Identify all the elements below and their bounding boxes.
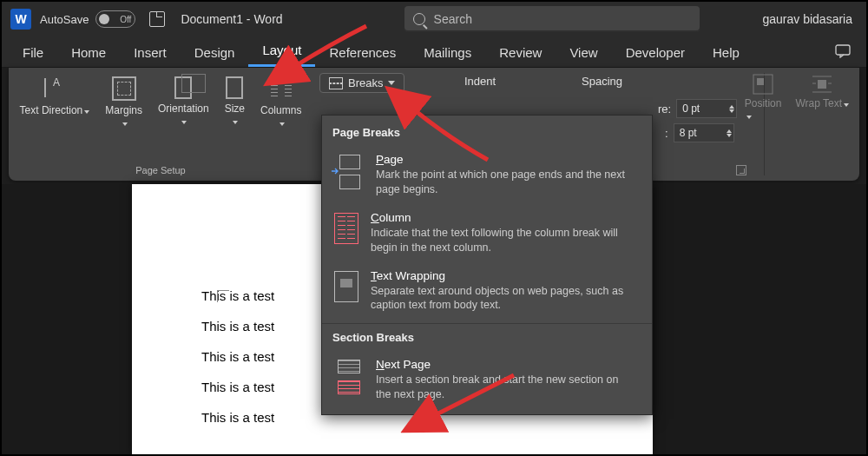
text-wrapping-break-icon	[334, 271, 358, 302]
margins-button[interactable]: Margins	[103, 73, 144, 133]
position-button[interactable]: Position	[745, 73, 782, 122]
size-label: Size	[225, 102, 245, 115]
menu-item-title: Column	[371, 211, 631, 224]
breaks-button[interactable]: Breaks	[319, 73, 404, 93]
menu-item-column[interactable]: Column Indicate that the text following …	[322, 204, 652, 262]
search-icon	[413, 13, 425, 25]
columns-icon	[269, 76, 293, 101]
tab-file[interactable]: File	[9, 40, 57, 67]
next-page-break-icon	[334, 360, 364, 394]
page-setup-group-label: Page Setup	[135, 162, 186, 179]
size-icon	[226, 76, 243, 99]
position-icon	[752, 73, 774, 96]
search-input[interactable]: Search	[404, 6, 700, 32]
menu-item-desc: Indicate that the text following the col…	[371, 226, 631, 255]
text-direction-button[interactable]: Text Direction	[18, 73, 92, 133]
margins-label: Margins	[105, 104, 142, 116]
spin-down-icon[interactable]	[727, 134, 732, 137]
comments-icon[interactable]	[826, 39, 859, 67]
size-button[interactable]: Size	[223, 73, 247, 133]
spacing-before-input[interactable]: 0 pt	[676, 99, 737, 118]
indent-label: Indent	[464, 75, 496, 88]
wrap-text-icon	[811, 73, 833, 96]
spacing-after-value: 8 pt	[680, 127, 697, 139]
section-breaks-header: Section Breaks	[322, 327, 652, 351]
page-break-icon	[334, 155, 364, 189]
group-page-setup: Text Direction Margins Orientation Size …	[9, 68, 312, 181]
chevron-down-icon	[388, 81, 395, 85]
breaks-dropdown-menu: Page Breaks Page Mark the point at which…	[321, 115, 653, 415]
menu-item-title: Text Wrapping	[371, 269, 631, 282]
menu-item-desc: Separate text around objects on web page…	[371, 284, 631, 314]
autosave-toggle[interactable]: Off	[95, 10, 135, 28]
spin-down-icon[interactable]	[729, 109, 734, 113]
tab-developer[interactable]: Developer	[612, 40, 699, 67]
svg-rect-3	[818, 80, 826, 89]
tab-view[interactable]: View	[556, 40, 611, 67]
user-name[interactable]: gaurav bidasaria	[762, 12, 852, 26]
page-breaks-header: Page Breaks	[322, 122, 652, 146]
paragraph-launcher-icon[interactable]	[736, 165, 746, 175]
menu-item-title: Page	[376, 153, 636, 166]
wrap-text-button[interactable]: Wrap Text	[795, 73, 849, 122]
columns-label: Columns	[260, 104, 301, 116]
breaks-label: Breaks	[348, 76, 383, 89]
menu-item-page[interactable]: Page Mark the point at which one page en…	[322, 146, 652, 204]
menu-item-desc: Insert a section break and start the new…	[376, 373, 636, 402]
spacing-after-label: :	[665, 127, 668, 140]
menu-item-text-wrapping[interactable]: Text Wrapping Separate text around objec…	[322, 262, 652, 321]
margins-icon	[112, 76, 136, 101]
tab-review[interactable]: Review	[485, 40, 556, 67]
columns-button[interactable]: Columns	[259, 73, 303, 133]
spacing-before-row: re: 0 pt	[658, 99, 737, 118]
tab-insert[interactable]: Insert	[120, 40, 181, 67]
autosave-state: Off	[120, 15, 131, 24]
margin-corner-icon	[217, 290, 229, 302]
tab-mailings[interactable]: Mailings	[410, 40, 485, 67]
search-placeholder: Search	[434, 12, 472, 26]
ribbon-tabs: File Home Insert Design Layout Reference…	[2, 36, 866, 68]
spacing-before-label: re:	[658, 102, 671, 116]
menu-item-next-page[interactable]: Next Page Insert a section break and sta…	[322, 351, 652, 409]
tab-help[interactable]: Help	[699, 40, 753, 67]
orientation-label: Orientation	[158, 102, 209, 115]
spacing-label: Spacing	[582, 75, 622, 88]
word-logo-icon: W	[10, 9, 31, 30]
svg-rect-2	[757, 78, 764, 85]
menu-item-title: Next Page	[376, 358, 636, 371]
orientation-icon	[174, 76, 192, 99]
text-direction-label: Text Direction	[20, 104, 83, 116]
autosave-label: AutoSave	[40, 13, 89, 26]
tab-design[interactable]: Design	[181, 40, 249, 67]
autosave-toggle-area[interactable]: AutoSave Off	[40, 10, 135, 28]
spacing-after-input[interactable]: 8 pt	[674, 123, 734, 142]
text-direction-icon	[43, 76, 67, 101]
arrange-group: Position Wrap Text	[745, 73, 849, 122]
breaks-icon	[329, 77, 343, 89]
svg-rect-0	[836, 45, 850, 55]
document-title: Document1 - Word	[181, 12, 282, 26]
tab-home[interactable]: Home	[57, 40, 120, 67]
column-break-icon	[334, 213, 358, 244]
save-icon[interactable]	[149, 11, 165, 27]
menu-item-desc: Mark the point at which one page ends an…	[376, 168, 636, 197]
spacing-before-value: 0 pt	[682, 102, 700, 115]
tab-references[interactable]: References	[315, 40, 410, 67]
tab-layout[interactable]: Layout	[248, 37, 315, 67]
spin-up-icon[interactable]	[727, 129, 732, 133]
spacing-after-row: : 8 pt	[665, 123, 734, 142]
orientation-button[interactable]: Orientation	[156, 73, 211, 133]
title-bar: W AutoSave Off Document1 - Word Search g…	[2, 2, 866, 36]
spin-up-icon[interactable]	[729, 105, 734, 109]
